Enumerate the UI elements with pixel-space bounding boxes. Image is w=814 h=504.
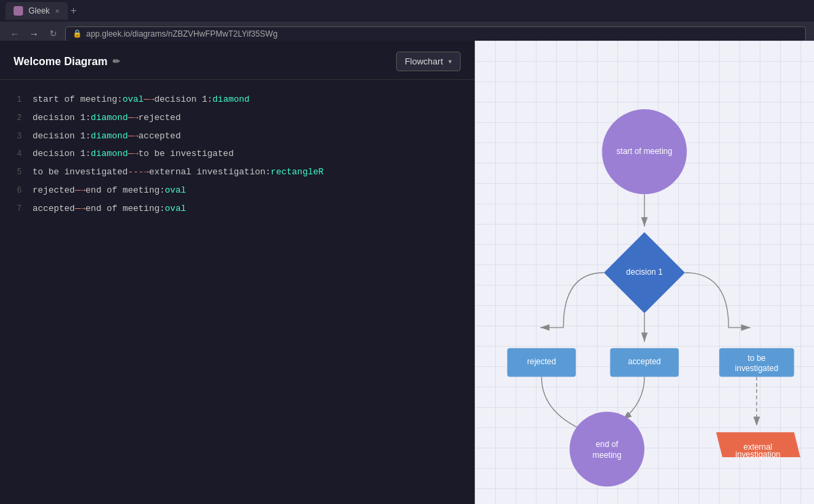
back-button[interactable]: ← bbox=[8, 28, 22, 39]
line-number: 5 bbox=[8, 166, 22, 179]
active-tab[interactable]: Gleek × bbox=[5, 2, 68, 20]
line-number: 6 bbox=[8, 185, 22, 197]
code-content: rejected—→end of meeting:oval bbox=[33, 184, 186, 198]
code-editor[interactable]: 1 start of meeting:oval—→decision 1:diam… bbox=[0, 80, 474, 504]
investigate-label: to be bbox=[748, 353, 766, 363]
code-line: 5 to be investigated---→external investi… bbox=[0, 163, 474, 182]
line-number: 1 bbox=[8, 94, 22, 106]
tab-close-button[interactable]: × bbox=[55, 7, 59, 15]
forward-button[interactable]: → bbox=[27, 28, 41, 39]
chevron-down-icon: ▾ bbox=[448, 58, 452, 65]
code-content: decision 1:diamond—→accepted bbox=[33, 130, 180, 144]
rejected-label: rejected bbox=[527, 357, 556, 366]
tab-favicon bbox=[14, 6, 23, 16]
investigate-label2: investigated bbox=[735, 364, 779, 373]
diagram-title-container: Welcome Diagram ✏ bbox=[14, 56, 120, 68]
line-number: 2 bbox=[8, 112, 22, 125]
diagram-svg: start of meeting decision 1 rejected acc… bbox=[475, 41, 814, 504]
url-text: app.gleek.io/diagrams/nZBZVHwFPMwT2LYif3… bbox=[86, 29, 277, 39]
line-number: 7 bbox=[8, 203, 22, 216]
diagram-title: Welcome Diagram bbox=[14, 56, 107, 68]
code-content: accepted—→end of meeting:oval bbox=[33, 202, 186, 216]
toolbar: Welcome Diagram ✏ Flowchart ▾ bbox=[0, 41, 474, 80]
edge-decision-rejected bbox=[540, 273, 604, 328]
line-number: 4 bbox=[8, 148, 22, 161]
lock-icon: 🔒 bbox=[73, 29, 82, 38]
code-line: 3 decision 1:diamond—→accepted bbox=[0, 128, 474, 146]
code-line: 6 rejected—→end of meeting:oval bbox=[0, 182, 474, 200]
edit-icon[interactable]: ✏ bbox=[113, 56, 120, 66]
tab-bar: Gleek × + bbox=[0, 0, 814, 22]
address-bar[interactable]: 🔒 app.gleek.io/diagrams/nZBZVHwFPMwT2LYi… bbox=[65, 26, 806, 41]
code-content: decision 1:diamond—→rejected bbox=[33, 111, 180, 125]
end-of-meeting-label: end of bbox=[596, 440, 619, 449]
flowchart-dropdown[interactable]: Flowchart ▾ bbox=[396, 52, 461, 71]
code-line: 4 decision 1:diamond—→to be investigated bbox=[0, 145, 474, 163]
external-investigation-label2: investigation bbox=[735, 450, 780, 459]
code-content: to be investigated---→external investiga… bbox=[33, 166, 324, 180]
line-number: 3 bbox=[8, 130, 22, 143]
code-content: decision 1:diamond—→to be investigated bbox=[33, 147, 233, 161]
code-panel: Welcome Diagram ✏ Flowchart ▾ 1 start of… bbox=[0, 41, 475, 504]
code-content: start of meeting:oval—→decision 1:diamon… bbox=[33, 93, 250, 107]
end-of-meeting-node[interactable] bbox=[570, 412, 644, 486]
new-tab-button[interactable]: + bbox=[71, 5, 77, 17]
diagram-panel[interactable]: start of meeting decision 1 rejected acc… bbox=[475, 41, 814, 504]
edge-accepted-end bbox=[623, 376, 644, 419]
code-line: 7 accepted—→end of meeting:oval bbox=[0, 200, 474, 218]
code-line: 2 decision 1:diamond—→rejected bbox=[0, 109, 474, 128]
browser-chrome: Gleek × + ← → ↻ 🔒 app.gleek.io/diagrams/… bbox=[0, 0, 814, 41]
app-container: Welcome Diagram ✏ Flowchart ▾ 1 start of… bbox=[0, 41, 814, 504]
end-of-meeting-label2: meeting bbox=[593, 450, 621, 460]
code-line: 1 start of meeting:oval—→decision 1:diam… bbox=[0, 91, 474, 109]
dropdown-label: Flowchart bbox=[405, 56, 443, 66]
refresh-button[interactable]: ↻ bbox=[46, 28, 60, 39]
decision1-label: decision 1 bbox=[626, 267, 663, 277]
edge-decision-investigate bbox=[685, 273, 751, 328]
tab-title: Gleek bbox=[28, 6, 50, 16]
accepted-label: accepted bbox=[628, 357, 661, 366]
start-of-meeting-label: start of meeting bbox=[617, 147, 672, 156]
